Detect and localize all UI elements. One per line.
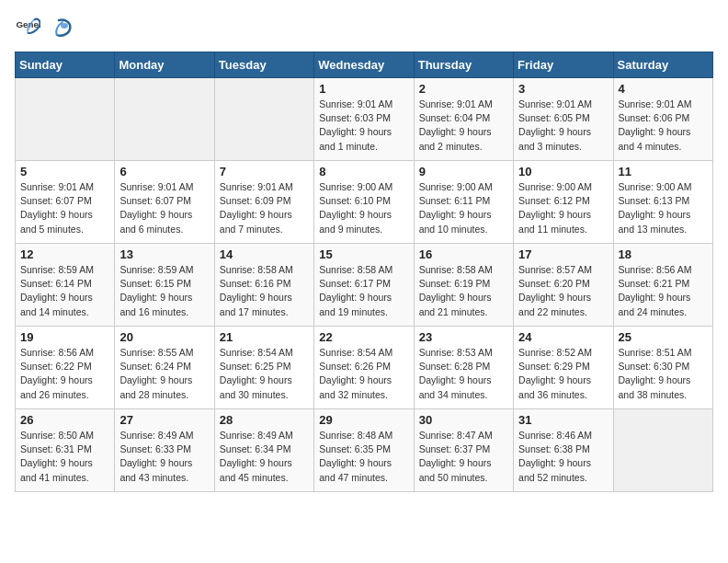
day-of-week-header: Tuesday (214, 52, 313, 78)
calendar-cell: 15Sunrise: 8:58 AM Sunset: 6:17 PM Dayli… (314, 244, 414, 327)
calendar-cell (115, 78, 214, 161)
day-number: 24 (518, 330, 608, 344)
day-of-week-header: Monday (115, 52, 214, 78)
calendar-cell: 17Sunrise: 8:57 AM Sunset: 6:20 PM Dayli… (514, 244, 613, 327)
cell-content: Sunrise: 8:58 AM Sunset: 6:16 PM Dayligh… (220, 263, 309, 319)
cell-content: Sunrise: 8:53 AM Sunset: 6:28 PM Dayligh… (419, 346, 508, 402)
calendar-cell: 14Sunrise: 8:58 AM Sunset: 6:16 PM Dayli… (214, 244, 313, 327)
calendar-cell: 3Sunrise: 9:01 AM Sunset: 6:05 PM Daylig… (514, 78, 613, 161)
cell-content: Sunrise: 9:01 AM Sunset: 6:04 PM Dayligh… (419, 98, 508, 154)
day-number: 2 (419, 82, 508, 96)
day-number: 6 (119, 165, 209, 178)
day-number: 18 (619, 247, 708, 261)
calendar-cell: 11Sunrise: 9:00 AM Sunset: 6:13 PM Dayli… (613, 161, 712, 244)
cell-content: Sunrise: 9:01 AM Sunset: 6:03 PM Dayligh… (319, 98, 408, 154)
cell-content: Sunrise: 9:01 AM Sunset: 6:06 PM Dayligh… (619, 98, 708, 154)
cell-content: Sunrise: 8:52 AM Sunset: 6:29 PM Dayligh… (518, 346, 608, 402)
cell-content: Sunrise: 8:57 AM Sunset: 6:20 PM Dayligh… (518, 263, 608, 319)
cell-content: Sunrise: 8:54 AM Sunset: 6:26 PM Dayligh… (319, 346, 408, 402)
day-number: 1 (319, 82, 408, 96)
day-number: 20 (119, 330, 209, 344)
day-number: 13 (119, 247, 209, 261)
cell-content: Sunrise: 9:00 AM Sunset: 6:10 PM Dayligh… (319, 180, 408, 236)
logo: General (15, 15, 74, 40)
day-number: 30 (419, 413, 508, 427)
cell-content: Sunrise: 9:01 AM Sunset: 6:07 PM Dayligh… (20, 180, 109, 236)
day-number: 5 (20, 165, 109, 178)
cell-content: Sunrise: 8:46 AM Sunset: 6:38 PM Dayligh… (518, 429, 608, 485)
cell-content: Sunrise: 8:51 AM Sunset: 6:30 PM Dayligh… (619, 346, 708, 402)
cell-content: Sunrise: 9:01 AM Sunset: 6:07 PM Dayligh… (119, 180, 209, 236)
calendar-cell: 21Sunrise: 8:54 AM Sunset: 6:25 PM Dayli… (214, 327, 313, 409)
day-number: 19 (20, 330, 109, 344)
day-number: 27 (119, 413, 209, 427)
day-number: 11 (619, 165, 708, 178)
cell-content: Sunrise: 8:56 AM Sunset: 6:22 PM Dayligh… (20, 346, 109, 402)
calendar-cell (214, 78, 313, 161)
calendar-cell: 12Sunrise: 8:59 AM Sunset: 6:14 PM Dayli… (16, 244, 115, 327)
calendar-cell: 16Sunrise: 8:58 AM Sunset: 6:19 PM Dayli… (414, 244, 513, 327)
calendar-cell: 8Sunrise: 9:00 AM Sunset: 6:10 PM Daylig… (314, 161, 414, 244)
calendar-cell: 27Sunrise: 8:49 AM Sunset: 6:33 PM Dayli… (115, 409, 214, 492)
cell-content: Sunrise: 8:47 AM Sunset: 6:37 PM Dayligh… (419, 429, 508, 485)
calendar-cell: 1Sunrise: 9:01 AM Sunset: 6:03 PM Daylig… (314, 78, 414, 161)
logo-icon: General (15, 15, 40, 40)
calendar-cell: 30Sunrise: 8:47 AM Sunset: 6:37 PM Dayli… (414, 409, 513, 492)
cell-content: Sunrise: 8:49 AM Sunset: 6:34 PM Dayligh… (220, 429, 309, 485)
cell-content: Sunrise: 9:00 AM Sunset: 6:11 PM Dayligh… (419, 180, 508, 236)
day-of-week-header: Saturday (613, 52, 712, 78)
calendar-cell: 13Sunrise: 8:59 AM Sunset: 6:15 PM Dayli… (115, 244, 214, 327)
day-number: 14 (220, 247, 309, 261)
cell-content: Sunrise: 8:58 AM Sunset: 6:17 PM Dayligh… (319, 263, 408, 319)
calendar-cell: 10Sunrise: 9:00 AM Sunset: 6:12 PM Dayli… (514, 161, 613, 244)
day-number: 3 (518, 82, 608, 96)
cell-content: Sunrise: 9:00 AM Sunset: 6:13 PM Dayligh… (619, 180, 708, 236)
cell-content: Sunrise: 8:48 AM Sunset: 6:35 PM Dayligh… (319, 429, 408, 485)
day-number: 28 (220, 413, 309, 427)
day-number: 17 (518, 247, 608, 261)
day-number: 23 (419, 330, 508, 344)
calendar-cell: 9Sunrise: 9:00 AM Sunset: 6:11 PM Daylig… (414, 161, 513, 244)
calendar-cell: 5Sunrise: 9:01 AM Sunset: 6:07 PM Daylig… (16, 161, 115, 244)
day-number: 4 (619, 82, 708, 96)
day-number: 7 (220, 165, 309, 178)
cell-content: Sunrise: 9:00 AM Sunset: 6:12 PM Dayligh… (518, 180, 608, 236)
calendar-cell (16, 78, 115, 161)
calendar-cell: 31Sunrise: 8:46 AM Sunset: 6:38 PM Dayli… (514, 409, 613, 492)
day-number: 22 (319, 330, 408, 344)
calendar-cell: 18Sunrise: 8:56 AM Sunset: 6:21 PM Dayli… (613, 244, 712, 327)
calendar-cell: 24Sunrise: 8:52 AM Sunset: 6:29 PM Dayli… (514, 327, 613, 409)
day-number: 26 (20, 413, 109, 427)
cell-content: Sunrise: 9:01 AM Sunset: 6:09 PM Dayligh… (220, 180, 309, 236)
day-of-week-header: Wednesday (314, 52, 414, 78)
calendar-cell: 22Sunrise: 8:54 AM Sunset: 6:26 PM Dayli… (314, 327, 414, 409)
calendar-cell: 25Sunrise: 8:51 AM Sunset: 6:30 PM Dayli… (613, 327, 712, 409)
cell-content: Sunrise: 8:50 AM Sunset: 6:31 PM Dayligh… (20, 429, 109, 485)
day-number: 12 (20, 247, 109, 261)
calendar-cell: 19Sunrise: 8:56 AM Sunset: 6:22 PM Dayli… (16, 327, 115, 409)
cell-content: Sunrise: 8:49 AM Sunset: 6:33 PM Dayligh… (119, 429, 209, 485)
day-number: 29 (319, 413, 408, 427)
calendar-cell: 28Sunrise: 8:49 AM Sunset: 6:34 PM Dayli… (214, 409, 313, 492)
cell-content: Sunrise: 8:56 AM Sunset: 6:21 PM Dayligh… (619, 263, 708, 319)
calendar-cell: 20Sunrise: 8:55 AM Sunset: 6:24 PM Dayli… (115, 327, 214, 409)
header: General (15, 15, 713, 40)
calendar-cell: 7Sunrise: 9:01 AM Sunset: 6:09 PM Daylig… (214, 161, 313, 244)
day-number: 8 (319, 165, 408, 178)
calendar-table: SundayMondayTuesdayWednesdayThursdayFrid… (15, 52, 713, 492)
day-number: 31 (518, 413, 608, 427)
calendar-cell: 29Sunrise: 8:48 AM Sunset: 6:35 PM Dayli… (314, 409, 414, 492)
day-number: 25 (619, 330, 708, 344)
cell-content: Sunrise: 9:01 AM Sunset: 6:05 PM Dayligh… (518, 98, 608, 154)
calendar-cell: 23Sunrise: 8:53 AM Sunset: 6:28 PM Dayli… (414, 327, 513, 409)
calendar-cell: 4Sunrise: 9:01 AM Sunset: 6:06 PM Daylig… (613, 78, 712, 161)
cell-content: Sunrise: 8:59 AM Sunset: 6:15 PM Dayligh… (119, 263, 209, 319)
svg-point-1 (61, 23, 68, 29)
day-number: 21 (220, 330, 309, 344)
day-of-week-header: Thursday (414, 52, 513, 78)
day-of-week-header: Sunday (16, 52, 115, 78)
calendar-cell: 26Sunrise: 8:50 AM Sunset: 6:31 PM Dayli… (16, 409, 115, 492)
day-number: 16 (419, 247, 508, 261)
day-of-week-header: Friday (514, 52, 613, 78)
calendar-cell: 2Sunrise: 9:01 AM Sunset: 6:04 PM Daylig… (414, 78, 513, 161)
